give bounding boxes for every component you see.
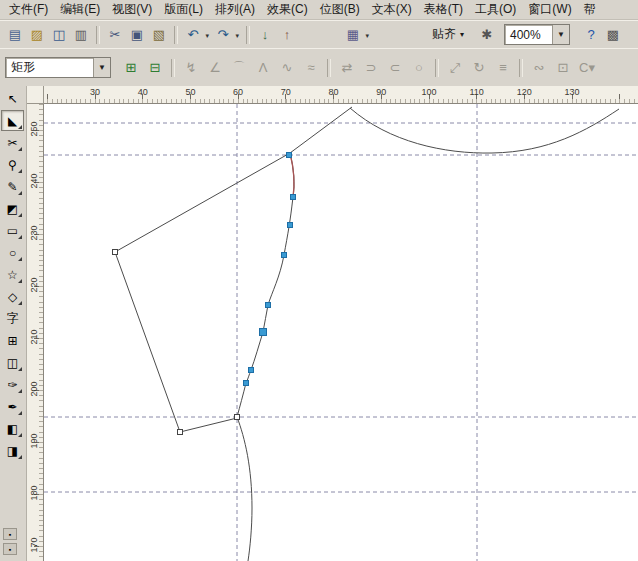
stretch-nodes-icon[interactable]: ⤢ xyxy=(443,57,467,79)
shoulder-line[interactable] xyxy=(290,107,352,153)
window-layout-icon[interactable]: ▩ xyxy=(602,25,624,45)
vertical-ruler[interactable]: 250240230220210200190180170 xyxy=(27,104,44,561)
curve-node[interactable] xyxy=(282,253,287,258)
add-node-icon-glyph: ⊞ xyxy=(126,60,137,75)
align-nodes-icon[interactable]: ≡ xyxy=(491,57,515,79)
panel-bottom-line[interactable] xyxy=(180,418,237,432)
pattern-drawing[interactable] xyxy=(44,104,638,561)
menu-item-11[interactable]: 帮 xyxy=(578,0,602,19)
symmetrical-node-icon[interactable]: ≈ xyxy=(299,57,323,79)
menu-item-8[interactable]: 表格(T) xyxy=(418,0,469,19)
undo-icon[interactable]: ↶▾ xyxy=(182,25,204,45)
break-curve-icon[interactable]: ↯ xyxy=(179,57,203,79)
basic-shapes-tool[interactable]: ◇ xyxy=(1,286,24,307)
polygon-tool-icon: ☆ xyxy=(7,268,18,282)
armhole-top-segment[interactable] xyxy=(290,153,294,197)
outline-tool[interactable]: ✒ xyxy=(1,396,24,417)
snap-to-dropdown[interactable]: 贴齐▾ xyxy=(426,24,470,46)
curve-smoothness-icon[interactable]: C▾ xyxy=(575,57,599,79)
curve-node[interactable] xyxy=(235,415,240,420)
rectangle-tool-icon: ▭ xyxy=(7,224,18,238)
panel-top-line[interactable] xyxy=(115,153,290,252)
menu-item-3[interactable]: 版面(L) xyxy=(158,0,209,19)
interactive-fill-tool-icon: ◨ xyxy=(7,444,18,458)
neckline-curve[interactable] xyxy=(350,108,619,153)
extract-subpath-icon[interactable]: ⊂ xyxy=(383,57,407,79)
reverse-direction-icon[interactable]: ⇄ xyxy=(335,57,359,79)
menu-item-4[interactable]: 排列(A) xyxy=(209,0,261,19)
rotate-nodes-icon[interactable]: ↻ xyxy=(467,57,491,79)
curve-node[interactable] xyxy=(287,153,292,158)
menu-item-7[interactable]: 文本(X) xyxy=(366,0,418,19)
ruler-origin[interactable] xyxy=(27,86,44,104)
shape-type-combo[interactable]: 矩形▼ xyxy=(5,57,111,78)
convert-to-curve-icon-glyph: ⌒ xyxy=(233,59,246,77)
help-icon[interactable]: ? xyxy=(580,25,602,45)
extend-curve-icon[interactable]: ⊃ xyxy=(359,57,383,79)
export-icon[interactable]: ↑ xyxy=(276,25,298,45)
new-document-icon[interactable]: ▤ xyxy=(4,25,26,45)
import-icon[interactable]: ↓ xyxy=(254,25,276,45)
curve-node[interactable] xyxy=(266,303,271,308)
eyedropper-tool[interactable]: ✑ xyxy=(1,374,24,395)
elastic-mode-icon[interactable]: ∾ xyxy=(527,57,551,79)
curve-node[interactable] xyxy=(113,250,118,255)
copy-icon[interactable]: ▣ xyxy=(126,25,148,45)
fill-tool[interactable]: ◧ xyxy=(1,418,24,439)
application-launcher-icon[interactable]: ▦▾ xyxy=(342,25,364,45)
import-icon-glyph: ↓ xyxy=(262,27,269,42)
polygon-tool[interactable]: ☆ xyxy=(1,264,24,285)
rectangle-tool[interactable]: ▭ xyxy=(1,220,24,241)
curve-node[interactable] xyxy=(249,368,254,373)
menu-item-9[interactable]: 工具(O) xyxy=(469,0,522,19)
chevron-down-icon[interactable]: ▼ xyxy=(552,25,569,44)
toolbox-more-icon[interactable]: ▪ xyxy=(3,543,17,555)
curve-node[interactable] xyxy=(288,223,293,228)
curve-node[interactable] xyxy=(178,430,183,435)
freehand-tool[interactable]: ✎ xyxy=(1,176,24,197)
shape-tool[interactable]: ◣ xyxy=(1,110,24,131)
interactive-blend-tool[interactable]: ◫ xyxy=(1,352,24,373)
close-curve-icon[interactable]: ○ xyxy=(407,57,431,79)
canvas[interactable] xyxy=(44,104,638,561)
add-node-icon[interactable]: ⊞ xyxy=(119,57,143,79)
paste-icon[interactable]: ▧ xyxy=(148,25,170,45)
menu-item-1[interactable]: 编辑(E) xyxy=(54,0,106,19)
menu-item-0[interactable]: 文件(F) xyxy=(3,0,54,19)
convert-to-line-icon[interactable]: ∠ xyxy=(203,57,227,79)
curve-node[interactable] xyxy=(291,195,296,200)
redo-icon[interactable]: ↷▾ xyxy=(212,25,234,45)
view-options-icon[interactable]: ✱ xyxy=(476,25,498,45)
print-icon[interactable]: ▥ xyxy=(70,25,92,45)
side-seam-lower-curve[interactable] xyxy=(237,417,252,561)
toolbox-more-icon[interactable]: ▪ xyxy=(3,528,17,540)
ellipse-tool[interactable]: ○ xyxy=(1,242,24,263)
menu-item-5[interactable]: 效果(C) xyxy=(261,0,314,19)
crop-tool[interactable]: ✂ xyxy=(1,132,24,153)
horizontal-ruler[interactable]: 30405060708090100110120130 xyxy=(44,86,638,104)
save-icon[interactable]: ◫ xyxy=(48,25,70,45)
delete-node-icon[interactable]: ⊟ xyxy=(143,57,167,79)
menu-bar: 文件(F)编辑(E)视图(V)版面(L)排列(A)效果(C)位图(B)文本(X)… xyxy=(0,0,638,20)
menu-item-2[interactable]: 视图(V) xyxy=(106,0,158,19)
smooth-node-icon[interactable]: ∿ xyxy=(275,57,299,79)
menu-item-10[interactable]: 窗口(W) xyxy=(522,0,577,19)
open-icon[interactable]: ▨ xyxy=(26,25,48,45)
armhole-curve[interactable] xyxy=(237,153,294,417)
curve-node-selected[interactable] xyxy=(260,329,267,336)
chevron-down-icon[interactable]: ▼ xyxy=(93,58,110,77)
select-all-nodes-icon[interactable]: ⊡ xyxy=(551,57,575,79)
zoom-level-combo[interactable]: 400%▼ xyxy=(504,24,570,45)
interactive-fill-tool[interactable]: ◨ xyxy=(1,440,24,461)
table-tool[interactable]: ⊞ xyxy=(1,330,24,351)
cusp-node-icon[interactable]: Λ xyxy=(251,57,275,79)
smart-fill-tool[interactable]: ◩ xyxy=(1,198,24,219)
zoom-tool[interactable]: ⚲ xyxy=(1,154,24,175)
menu-item-6[interactable]: 位图(B) xyxy=(314,0,366,19)
text-tool[interactable]: 字 xyxy=(1,308,24,329)
panel-side-line[interactable] xyxy=(115,252,180,432)
pick-tool[interactable]: ↖ xyxy=(1,88,24,109)
convert-to-curve-icon[interactable]: ⌒ xyxy=(227,57,251,79)
cut-icon[interactable]: ✂ xyxy=(104,25,126,45)
curve-node[interactable] xyxy=(244,381,249,386)
